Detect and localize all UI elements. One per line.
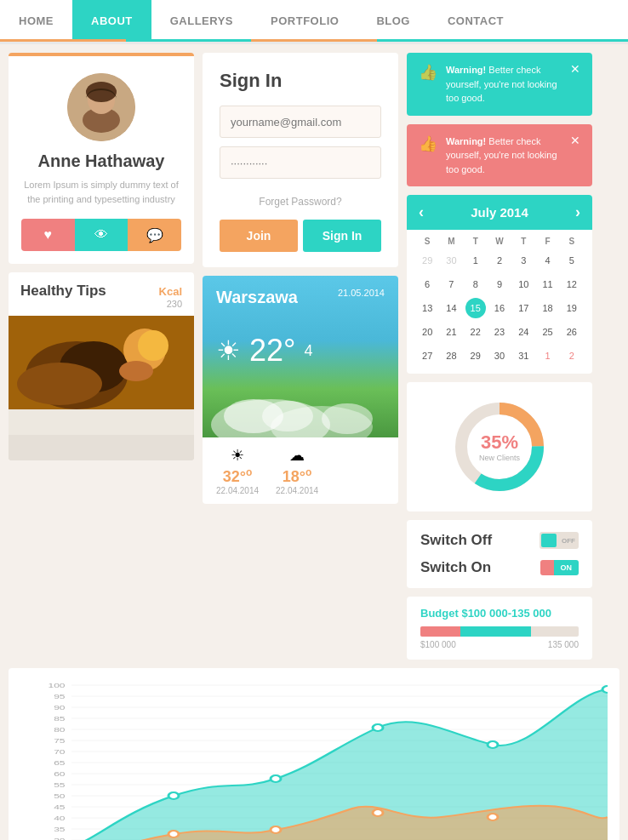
alert-1-text: Warning! Better check yourself, you're n… bbox=[446, 63, 562, 106]
calendar-next[interactable]: › bbox=[575, 203, 580, 221]
budget-labels: $100 000 135 000 bbox=[420, 640, 579, 649]
cal-day[interactable]: 29 bbox=[465, 346, 486, 366]
alert-2-close[interactable]: ✕ bbox=[570, 134, 580, 146]
svg-text:80: 80 bbox=[54, 726, 66, 734]
svg-point-67 bbox=[488, 814, 498, 820]
svg-text:65: 65 bbox=[54, 759, 66, 767]
cal-day[interactable]: 6 bbox=[417, 274, 437, 294]
cal-day-next-2[interactable]: 2 bbox=[562, 346, 582, 366]
cal-day[interactable]: 25 bbox=[538, 322, 558, 342]
cal-day[interactable]: 24 bbox=[513, 322, 534, 342]
signin-buttons: Join Sign In bbox=[220, 220, 381, 252]
cal-day-today[interactable]: 15 bbox=[465, 298, 486, 318]
donut-chart-card: 35% New Clients bbox=[407, 382, 592, 511]
calendar-header: ‹ July 2014 › bbox=[407, 195, 592, 230]
cal-day[interactable]: 9 bbox=[489, 274, 510, 294]
weather-main: Warszawa 21.05.2014 ☀ 22° 4 bbox=[203, 276, 398, 437]
svg-text:60: 60 bbox=[54, 770, 66, 778]
cal-day[interactable]: 30 bbox=[441, 250, 461, 271]
alert-teal: 👍 Warning! Better check yourself, you're… bbox=[407, 53, 592, 116]
nav-blog[interactable]: BLOG bbox=[357, 0, 429, 42]
cal-day[interactable]: 4 bbox=[538, 250, 558, 271]
switch-off-knob bbox=[541, 534, 557, 547]
budget-fill-red bbox=[420, 626, 460, 637]
cal-day[interactable]: 11 bbox=[538, 274, 558, 294]
cal-day[interactable]: 20 bbox=[417, 322, 437, 342]
cal-day[interactable]: 12 bbox=[562, 274, 582, 294]
email-input[interactable] bbox=[220, 106, 381, 138]
svg-text:100: 100 bbox=[48, 682, 65, 689]
cal-day[interactable]: 7 bbox=[441, 274, 461, 294]
svg-rect-12 bbox=[9, 435, 194, 460]
forecast-1-date: 22.04.2014 bbox=[216, 486, 259, 495]
svg-point-65 bbox=[271, 826, 281, 833]
cal-day[interactable]: 23 bbox=[489, 322, 510, 342]
calendar-card: ‹ July 2014 › S M T W T F S 29 30 bbox=[407, 195, 592, 374]
message-button[interactable]: 💬 bbox=[128, 219, 181, 251]
cal-day[interactable]: 26 bbox=[562, 322, 582, 342]
cal-day[interactable]: 14 bbox=[441, 298, 461, 318]
nav-contact[interactable]: CONTACT bbox=[429, 0, 522, 42]
nav-portfolio[interactable]: PORTFOLIO bbox=[252, 0, 357, 42]
cal-day[interactable]: 16 bbox=[489, 298, 510, 318]
svg-point-9 bbox=[138, 330, 168, 361]
nav-home[interactable]: HOME bbox=[0, 0, 72, 42]
cal-day[interactable]: 17 bbox=[513, 298, 534, 318]
nav-about[interactable]: ABOUT bbox=[72, 0, 151, 42]
like-button[interactable]: ♥ bbox=[21, 219, 75, 251]
cal-day[interactable]: 31 bbox=[513, 346, 534, 366]
food-image bbox=[9, 316, 194, 409]
svg-point-17 bbox=[322, 403, 373, 434]
nav-gallerys[interactable]: GALLERYS bbox=[151, 0, 252, 42]
cal-day[interactable]: 30 bbox=[489, 346, 510, 366]
cal-day[interactable]: 2 bbox=[489, 250, 510, 271]
switch-on-toggle[interactable]: ON bbox=[540, 560, 579, 575]
profile-description: Lorem Ipsum is simply dummy text of the … bbox=[21, 178, 181, 206]
cal-day-next-1[interactable]: 1 bbox=[538, 346, 558, 366]
cal-day[interactable]: 18 bbox=[538, 298, 558, 318]
cal-day[interactable]: 10 bbox=[513, 274, 534, 294]
cal-day[interactable]: 1 bbox=[465, 250, 486, 271]
svg-point-10 bbox=[119, 361, 153, 381]
svg-text:70: 70 bbox=[54, 748, 66, 756]
weather-forecast-1: ☀ 32°o 22.04.2014 bbox=[216, 446, 259, 495]
sun-icon: ☀ bbox=[216, 334, 241, 367]
switch-off-toggle[interactable]: OFF bbox=[540, 532, 579, 549]
cal-day[interactable]: 28 bbox=[441, 346, 461, 366]
alert-1-close[interactable]: ✕ bbox=[570, 63, 580, 75]
join-button[interactable]: Join bbox=[220, 220, 298, 252]
cal-day[interactable]: 27 bbox=[417, 346, 437, 366]
switch-on-row: Switch On ON bbox=[420, 559, 579, 576]
cal-day[interactable]: 29 bbox=[417, 250, 437, 271]
middle-column: Sign In Forget Password? Join Sign In Wa… bbox=[203, 53, 398, 660]
budget-title: Budget $100 000-135 000 bbox=[420, 607, 579, 620]
cal-day[interactable]: 3 bbox=[513, 250, 534, 271]
switch-on-track[interactable]: ON bbox=[540, 560, 579, 575]
view-button[interactable]: 👁 bbox=[75, 219, 128, 251]
svg-text:50: 50 bbox=[54, 792, 66, 800]
cal-day[interactable]: 13 bbox=[417, 298, 437, 318]
cal-day[interactable]: 21 bbox=[441, 322, 461, 342]
chart-row: 100 95 90 85 80 75 70 65 60 55 50 45 40 … bbox=[0, 668, 628, 840]
switch-off-side bbox=[540, 560, 554, 575]
cal-day[interactable]: 19 bbox=[562, 298, 582, 318]
svg-point-64 bbox=[168, 831, 179, 837]
forgot-password-link[interactable]: Forget Password? bbox=[220, 196, 381, 208]
calendar-prev[interactable]: ‹ bbox=[419, 203, 424, 221]
svg-text:95: 95 bbox=[54, 693, 66, 700]
password-input[interactable] bbox=[220, 146, 381, 179]
healthy-header: Healthy Tips Kcal 230 bbox=[9, 272, 194, 316]
signin-button[interactable]: Sign In bbox=[303, 220, 381, 252]
switch-off-label: Switch Off bbox=[420, 532, 492, 549]
cal-day[interactable]: 8 bbox=[465, 274, 486, 294]
svg-text:55: 55 bbox=[54, 781, 66, 789]
switch-off-track[interactable]: OFF bbox=[540, 532, 579, 549]
calendar-weekdays: S M T W T F S bbox=[415, 237, 584, 246]
kcal-label: Kcal bbox=[159, 285, 182, 298]
calendar-title: July 2014 bbox=[471, 205, 528, 220]
forecast-2-temp: 18°o bbox=[283, 466, 312, 486]
svg-text:75: 75 bbox=[54, 737, 66, 745]
cal-day[interactable]: 5 bbox=[562, 250, 582, 271]
cal-day[interactable]: 22 bbox=[465, 322, 486, 342]
budget-fill-teal bbox=[460, 626, 532, 637]
